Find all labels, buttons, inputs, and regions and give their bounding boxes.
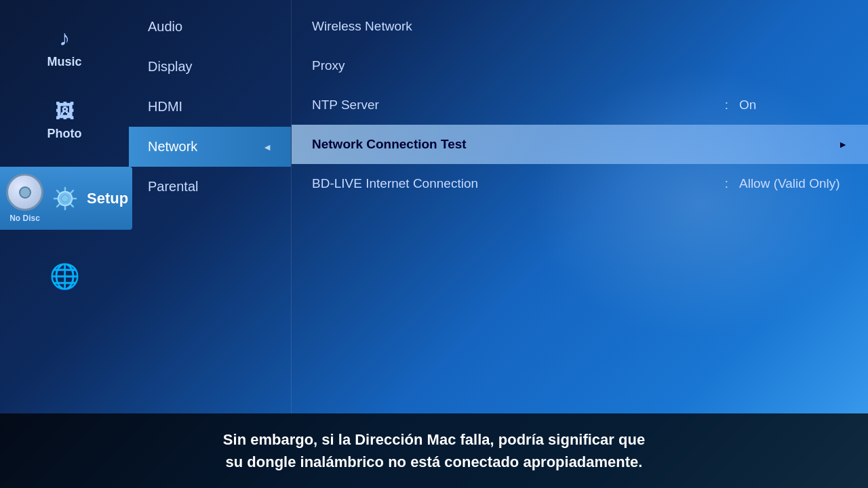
disc-label: No Disc [9, 214, 40, 223]
right-colon-bdlive: : [725, 176, 728, 191]
mid-panel: Audio Display HDMI Network ◄ Parental [129, 0, 292, 413]
nav-label-setup: Setup [87, 190, 128, 207]
right-label-ntp-server: NTP Server [312, 98, 714, 113]
nav-label-music: Music [47, 55, 81, 69]
mid-arrow-network: ◄ [262, 142, 272, 152]
mid-label-network: Network [148, 139, 197, 155]
mid-item-display[interactable]: Display [129, 47, 291, 87]
right-item-proxy[interactable]: Proxy [292, 46, 868, 85]
mid-item-hdmi[interactable]: HDMI [129, 87, 291, 127]
mid-label-parental: Parental [148, 179, 199, 195]
right-value-bdlive: Allow (Valid Only) [739, 176, 848, 191]
gear-icon [52, 185, 79, 212]
globe-icon: 🌐 [50, 262, 80, 291]
nav-item-globe[interactable]: 🌐 [39, 257, 91, 296]
gear-icon-wrap [52, 184, 79, 214]
right-arrow-connection-test: ► [838, 139, 848, 150]
nav-item-music[interactable]: ♪ Music [36, 20, 92, 75]
right-label-wireless-network: Wireless Network [312, 19, 848, 34]
right-panel: Wireless Network Proxy NTP Server : On N… [292, 0, 868, 413]
subtitle-line1: Sin embargo, si la Dirección Mac falla, … [54, 428, 814, 451]
subtitle-line2: su dongle inalámbrico no está conectado … [54, 451, 814, 473]
music-icon: ♪ [59, 26, 70, 51]
right-label-bdlive: BD-LIVE Internet Connection [312, 176, 714, 191]
right-item-network-connection-test[interactable]: Network Connection Test ► [292, 125, 868, 164]
right-item-wireless-network[interactable]: Wireless Network [292, 7, 868, 46]
svg-point-2 [62, 195, 68, 202]
mid-label-display: Display [148, 59, 193, 75]
mid-label-hdmi: HDMI [148, 99, 182, 115]
right-label-connection-test: Network Connection Test [312, 137, 831, 152]
right-item-bdlive[interactable]: BD-LIVE Internet Connection : Allow (Val… [292, 164, 868, 203]
nav-item-setup[interactable]: No Disc Setup [0, 167, 132, 230]
nav-label-photo: Photo [47, 127, 82, 141]
menu-area: ♪ Music 🖼 Photo No Disc [0, 0, 868, 413]
left-nav: ♪ Music 🖼 Photo No Disc [0, 0, 129, 413]
mid-label-audio: Audio [148, 19, 182, 35]
right-colon-ntp: : [725, 98, 728, 113]
subtitle-bar: Sin embargo, si la Dirección Mac falla, … [0, 413, 868, 488]
mid-item-parental[interactable]: Parental [129, 167, 291, 207]
mid-item-audio[interactable]: Audio [129, 7, 291, 47]
nav-item-photo[interactable]: 🖼 Photo [37, 95, 93, 146]
photo-icon: 🖼 [55, 100, 74, 123]
mid-item-network[interactable]: Network ◄ [129, 127, 291, 167]
right-label-proxy: Proxy [312, 58, 848, 73]
right-item-ntp-server[interactable]: NTP Server : On [292, 85, 868, 125]
main-content: ♪ Music 🖼 Photo No Disc [0, 0, 868, 488]
disc-icon [6, 174, 43, 211]
right-value-ntp: On [739, 98, 848, 113]
